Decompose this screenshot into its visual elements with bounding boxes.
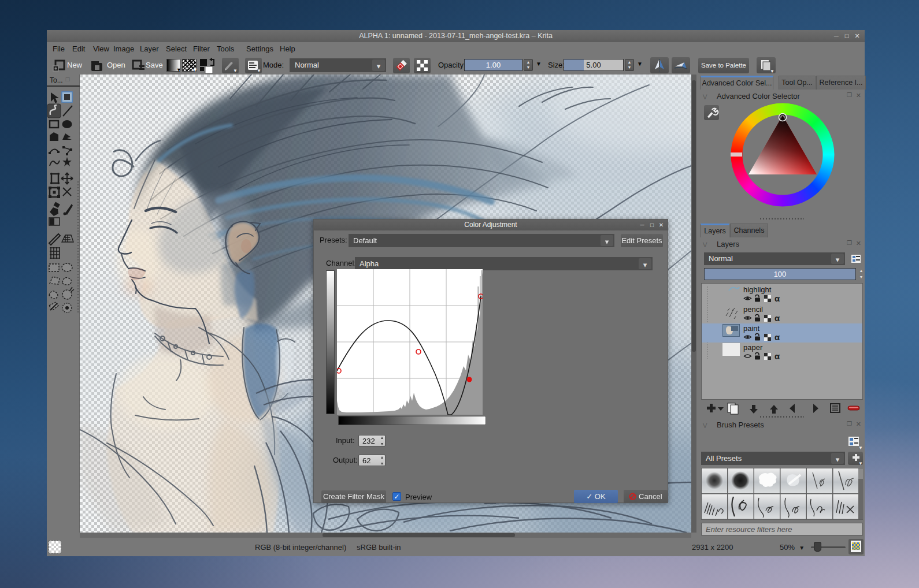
svg-text:α: α	[775, 333, 780, 341]
svg-text:α: α	[775, 314, 780, 322]
svg-text:α: α	[775, 294, 780, 303]
svg-text:α: α	[775, 352, 780, 360]
